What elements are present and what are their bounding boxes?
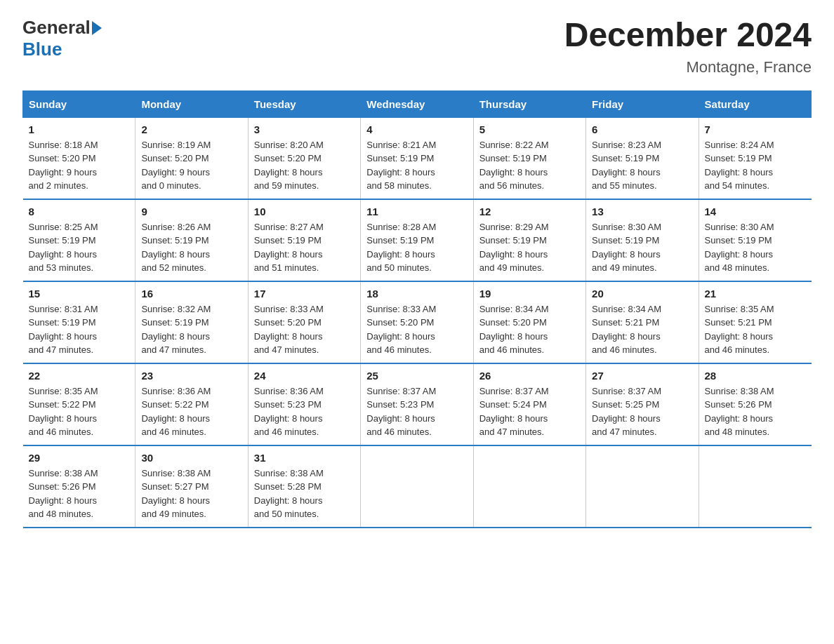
week-row-2: 8Sunrise: 8:25 AM Sunset: 5:19 PM Daylig… [23,199,812,281]
day-info: Sunrise: 8:30 AM Sunset: 5:19 PM Dayligh… [592,220,692,275]
logo-blue-text: Blue [22,39,62,60]
calendar-cell: 10Sunrise: 8:27 AM Sunset: 5:19 PM Dayli… [248,199,360,281]
day-number: 21 [705,288,806,300]
calendar-cell [586,445,699,528]
day-number: 11 [366,206,467,217]
weekday-header-thursday: Thursday [473,90,585,117]
calendar-cell: 24Sunrise: 8:36 AM Sunset: 5:23 PM Dayli… [248,363,360,445]
day-number: 1 [29,123,130,135]
day-info: Sunrise: 8:38 AM Sunset: 5:26 PM Dayligh… [29,467,130,521]
calendar-cell: 28Sunrise: 8:38 AM Sunset: 5:26 PM Dayli… [699,363,811,445]
day-info: Sunrise: 8:19 AM Sunset: 5:20 PM Dayligh… [141,138,241,193]
weekday-header-tuesday: Tuesday [248,90,360,117]
day-number: 14 [705,206,806,217]
subtitle: Montagne, France [564,58,812,76]
day-number: 25 [366,370,467,382]
day-number: 8 [29,206,130,217]
page-header: General Blue December 2024 Montagne, Fra… [22,17,812,76]
day-info: Sunrise: 8:23 AM Sunset: 5:19 PM Dayligh… [592,138,692,193]
day-number: 31 [254,452,355,464]
day-number: 4 [366,123,467,135]
day-info: Sunrise: 8:37 AM Sunset: 5:24 PM Dayligh… [479,384,580,439]
calendar-cell: 27Sunrise: 8:37 AM Sunset: 5:25 PM Dayli… [586,363,699,445]
logo: General Blue [22,17,102,60]
day-info: Sunrise: 8:38 AM Sunset: 5:28 PM Dayligh… [254,467,355,521]
calendar-cell: 7Sunrise: 8:24 AM Sunset: 5:19 PM Daylig… [699,117,811,199]
day-info: Sunrise: 8:37 AM Sunset: 5:25 PM Dayligh… [592,384,692,439]
day-info: Sunrise: 8:38 AM Sunset: 5:26 PM Dayligh… [705,384,806,439]
week-row-4: 22Sunrise: 8:35 AM Sunset: 5:22 PM Dayli… [23,363,812,445]
calendar-cell: 23Sunrise: 8:36 AM Sunset: 5:22 PM Dayli… [135,363,248,445]
day-info: Sunrise: 8:31 AM Sunset: 5:19 PM Dayligh… [29,302,130,357]
day-info: Sunrise: 8:36 AM Sunset: 5:22 PM Dayligh… [141,384,241,439]
day-info: Sunrise: 8:20 AM Sunset: 5:20 PM Dayligh… [254,138,355,193]
calendar-cell: 6Sunrise: 8:23 AM Sunset: 5:19 PM Daylig… [586,117,699,199]
calendar-cell: 26Sunrise: 8:37 AM Sunset: 5:24 PM Dayli… [473,363,585,445]
logo-blue: Blue [22,39,62,60]
day-number: 28 [705,370,806,382]
day-number: 5 [479,123,580,135]
calendar-cell [699,445,811,528]
weekday-header-wednesday: Wednesday [361,90,473,117]
day-info: Sunrise: 8:33 AM Sunset: 5:20 PM Dayligh… [366,302,467,357]
day-number: 18 [366,288,467,300]
logo-arrow-icon [92,21,102,35]
day-number: 6 [592,123,692,135]
calendar-cell: 2Sunrise: 8:19 AM Sunset: 5:20 PM Daylig… [135,117,248,199]
day-info: Sunrise: 8:35 AM Sunset: 5:21 PM Dayligh… [705,302,806,357]
day-number: 2 [141,123,241,135]
weekday-header-sunday: Sunday [23,90,135,117]
calendar-cell: 19Sunrise: 8:34 AM Sunset: 5:20 PM Dayli… [473,281,585,363]
day-info: Sunrise: 8:30 AM Sunset: 5:19 PM Dayligh… [705,220,806,275]
day-info: Sunrise: 8:34 AM Sunset: 5:21 PM Dayligh… [592,302,692,357]
calendar-cell: 17Sunrise: 8:33 AM Sunset: 5:20 PM Dayli… [248,281,360,363]
logo-text: General [22,17,102,39]
day-number: 17 [254,288,355,300]
main-title: December 2024 [564,17,812,54]
calendar-cell: 13Sunrise: 8:30 AM Sunset: 5:19 PM Dayli… [586,199,699,281]
day-number: 9 [141,206,241,217]
calendar-cell: 14Sunrise: 8:30 AM Sunset: 5:19 PM Dayli… [699,199,811,281]
calendar-cell [361,445,473,528]
day-number: 29 [29,452,130,464]
day-info: Sunrise: 8:28 AM Sunset: 5:19 PM Dayligh… [366,220,467,275]
day-info: Sunrise: 8:26 AM Sunset: 5:19 PM Dayligh… [141,220,241,275]
day-number: 27 [592,370,692,382]
day-number: 15 [29,288,130,300]
day-number: 30 [141,452,241,464]
day-number: 13 [592,206,692,217]
day-info: Sunrise: 8:27 AM Sunset: 5:19 PM Dayligh… [254,220,355,275]
day-info: Sunrise: 8:33 AM Sunset: 5:20 PM Dayligh… [254,302,355,357]
calendar-cell: 4Sunrise: 8:21 AM Sunset: 5:19 PM Daylig… [361,117,473,199]
day-number: 20 [592,288,692,300]
calendar-cell: 12Sunrise: 8:29 AM Sunset: 5:19 PM Dayli… [473,199,585,281]
day-info: Sunrise: 8:21 AM Sunset: 5:19 PM Dayligh… [366,138,467,193]
day-number: 22 [29,370,130,382]
calendar-cell: 16Sunrise: 8:32 AM Sunset: 5:19 PM Dayli… [135,281,248,363]
day-info: Sunrise: 8:18 AM Sunset: 5:20 PM Dayligh… [29,138,130,193]
calendar-table: SundayMondayTuesdayWednesdayThursdayFrid… [22,90,812,528]
day-info: Sunrise: 8:38 AM Sunset: 5:27 PM Dayligh… [141,467,241,521]
day-info: Sunrise: 8:29 AM Sunset: 5:19 PM Dayligh… [479,220,580,275]
weekday-header-row: SundayMondayTuesdayWednesdayThursdayFrid… [23,90,812,117]
day-info: Sunrise: 8:36 AM Sunset: 5:23 PM Dayligh… [254,384,355,439]
day-info: Sunrise: 8:32 AM Sunset: 5:19 PM Dayligh… [141,302,241,357]
logo-general: General [22,17,91,39]
calendar-cell: 9Sunrise: 8:26 AM Sunset: 5:19 PM Daylig… [135,199,248,281]
calendar-cell: 15Sunrise: 8:31 AM Sunset: 5:19 PM Dayli… [23,281,135,363]
day-number: 23 [141,370,241,382]
calendar-cell: 30Sunrise: 8:38 AM Sunset: 5:27 PM Dayli… [135,445,248,528]
day-number: 24 [254,370,355,382]
calendar-cell: 20Sunrise: 8:34 AM Sunset: 5:21 PM Dayli… [586,281,699,363]
calendar-cell: 8Sunrise: 8:25 AM Sunset: 5:19 PM Daylig… [23,199,135,281]
calendar-cell: 3Sunrise: 8:20 AM Sunset: 5:20 PM Daylig… [248,117,360,199]
calendar-cell: 22Sunrise: 8:35 AM Sunset: 5:22 PM Dayli… [23,363,135,445]
calendar-cell: 18Sunrise: 8:33 AM Sunset: 5:20 PM Dayli… [361,281,473,363]
day-number: 16 [141,288,241,300]
day-info: Sunrise: 8:34 AM Sunset: 5:20 PM Dayligh… [479,302,580,357]
calendar-cell: 25Sunrise: 8:37 AM Sunset: 5:23 PM Dayli… [361,363,473,445]
day-info: Sunrise: 8:37 AM Sunset: 5:23 PM Dayligh… [366,384,467,439]
day-info: Sunrise: 8:25 AM Sunset: 5:19 PM Dayligh… [29,220,130,275]
weekday-header-saturday: Saturday [699,90,811,117]
day-number: 3 [254,123,355,135]
